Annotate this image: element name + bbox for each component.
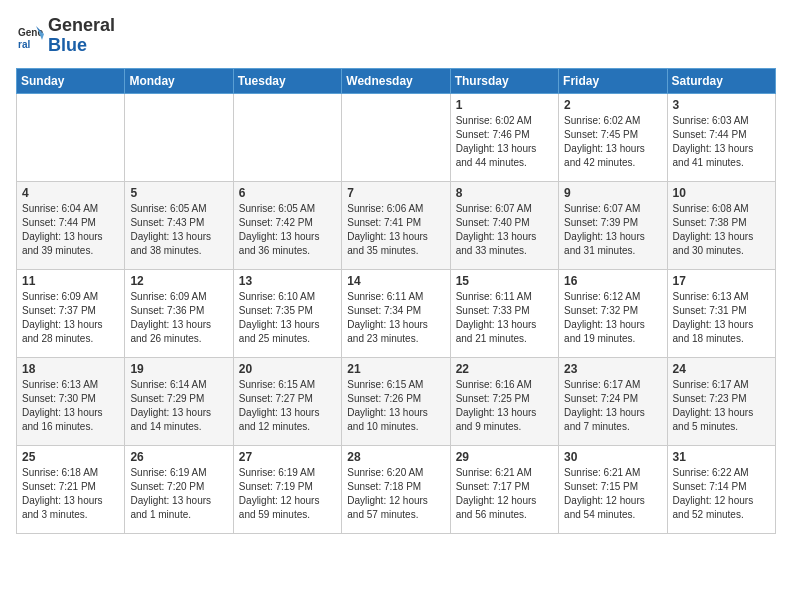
calendar-cell: 18 Sunrise: 6:13 AMSunset: 7:30 PMDaylig… [17,357,125,445]
calendar-cell: 27 Sunrise: 6:19 AMSunset: 7:19 PMDaylig… [233,445,341,533]
day-number: 12 [130,274,227,288]
day-detail: Sunrise: 6:10 AMSunset: 7:35 PMDaylight:… [239,290,336,346]
day-detail: Sunrise: 6:03 AMSunset: 7:44 PMDaylight:… [673,114,770,170]
calendar-cell: 30 Sunrise: 6:21 AMSunset: 7:15 PMDaylig… [559,445,667,533]
calendar-week: 4 Sunrise: 6:04 AMSunset: 7:44 PMDayligh… [17,181,776,269]
calendar-cell: 6 Sunrise: 6:05 AMSunset: 7:42 PMDayligh… [233,181,341,269]
column-header-wednesday: Wednesday [342,68,450,93]
calendar-cell: 10 Sunrise: 6:08 AMSunset: 7:38 PMDaylig… [667,181,775,269]
day-detail: Sunrise: 6:15 AMSunset: 7:27 PMDaylight:… [239,378,336,434]
day-number: 7 [347,186,444,200]
logo: Gene ral General Blue [16,16,115,56]
day-detail: Sunrise: 6:09 AMSunset: 7:37 PMDaylight:… [22,290,119,346]
day-number: 13 [239,274,336,288]
day-detail: Sunrise: 6:21 AMSunset: 7:17 PMDaylight:… [456,466,553,522]
day-detail: Sunrise: 6:13 AMSunset: 7:30 PMDaylight:… [22,378,119,434]
day-detail: Sunrise: 6:04 AMSunset: 7:44 PMDaylight:… [22,202,119,258]
day-number: 1 [456,98,553,112]
calendar-cell [233,93,341,181]
calendar-week: 11 Sunrise: 6:09 AMSunset: 7:37 PMDaylig… [17,269,776,357]
calendar-cell: 13 Sunrise: 6:10 AMSunset: 7:35 PMDaylig… [233,269,341,357]
calendar-week: 25 Sunrise: 6:18 AMSunset: 7:21 PMDaylig… [17,445,776,533]
logo-icon: Gene ral [16,22,44,50]
day-detail: Sunrise: 6:02 AMSunset: 7:46 PMDaylight:… [456,114,553,170]
calendar-cell: 14 Sunrise: 6:11 AMSunset: 7:34 PMDaylig… [342,269,450,357]
calendar-cell: 26 Sunrise: 6:19 AMSunset: 7:20 PMDaylig… [125,445,233,533]
calendar-cell: 15 Sunrise: 6:11 AMSunset: 7:33 PMDaylig… [450,269,558,357]
calendar-cell: 4 Sunrise: 6:04 AMSunset: 7:44 PMDayligh… [17,181,125,269]
column-header-sunday: Sunday [17,68,125,93]
day-number: 6 [239,186,336,200]
calendar-cell: 23 Sunrise: 6:17 AMSunset: 7:24 PMDaylig… [559,357,667,445]
column-header-monday: Monday [125,68,233,93]
calendar-cell: 24 Sunrise: 6:17 AMSunset: 7:23 PMDaylig… [667,357,775,445]
day-detail: Sunrise: 6:19 AMSunset: 7:20 PMDaylight:… [130,466,227,522]
calendar-cell: 16 Sunrise: 6:12 AMSunset: 7:32 PMDaylig… [559,269,667,357]
day-detail: Sunrise: 6:11 AMSunset: 7:33 PMDaylight:… [456,290,553,346]
day-detail: Sunrise: 6:20 AMSunset: 7:18 PMDaylight:… [347,466,444,522]
day-detail: Sunrise: 6:18 AMSunset: 7:21 PMDaylight:… [22,466,119,522]
day-number: 21 [347,362,444,376]
logo-text: General Blue [48,16,115,56]
calendar-cell: 21 Sunrise: 6:15 AMSunset: 7:26 PMDaylig… [342,357,450,445]
day-detail: Sunrise: 6:15 AMSunset: 7:26 PMDaylight:… [347,378,444,434]
calendar-cell: 17 Sunrise: 6:13 AMSunset: 7:31 PMDaylig… [667,269,775,357]
calendar-cell [125,93,233,181]
calendar-cell: 25 Sunrise: 6:18 AMSunset: 7:21 PMDaylig… [17,445,125,533]
calendar-cell: 1 Sunrise: 6:02 AMSunset: 7:46 PMDayligh… [450,93,558,181]
day-number: 10 [673,186,770,200]
day-detail: Sunrise: 6:05 AMSunset: 7:43 PMDaylight:… [130,202,227,258]
calendar-cell: 31 Sunrise: 6:22 AMSunset: 7:14 PMDaylig… [667,445,775,533]
day-detail: Sunrise: 6:11 AMSunset: 7:34 PMDaylight:… [347,290,444,346]
column-header-thursday: Thursday [450,68,558,93]
day-number: 17 [673,274,770,288]
day-number: 8 [456,186,553,200]
day-detail: Sunrise: 6:16 AMSunset: 7:25 PMDaylight:… [456,378,553,434]
calendar-cell: 5 Sunrise: 6:05 AMSunset: 7:43 PMDayligh… [125,181,233,269]
day-detail: Sunrise: 6:07 AMSunset: 7:40 PMDaylight:… [456,202,553,258]
calendar-cell: 11 Sunrise: 6:09 AMSunset: 7:37 PMDaylig… [17,269,125,357]
page-header: Gene ral General Blue [16,16,776,56]
day-number: 3 [673,98,770,112]
day-detail: Sunrise: 6:12 AMSunset: 7:32 PMDaylight:… [564,290,661,346]
day-detail: Sunrise: 6:13 AMSunset: 7:31 PMDaylight:… [673,290,770,346]
calendar-week: 18 Sunrise: 6:13 AMSunset: 7:30 PMDaylig… [17,357,776,445]
day-number: 24 [673,362,770,376]
day-number: 27 [239,450,336,464]
day-detail: Sunrise: 6:21 AMSunset: 7:15 PMDaylight:… [564,466,661,522]
day-number: 15 [456,274,553,288]
day-detail: Sunrise: 6:07 AMSunset: 7:39 PMDaylight:… [564,202,661,258]
calendar-cell: 9 Sunrise: 6:07 AMSunset: 7:39 PMDayligh… [559,181,667,269]
day-number: 26 [130,450,227,464]
calendar-cell: 20 Sunrise: 6:15 AMSunset: 7:27 PMDaylig… [233,357,341,445]
day-detail: Sunrise: 6:02 AMSunset: 7:45 PMDaylight:… [564,114,661,170]
calendar-table: SundayMondayTuesdayWednesdayThursdayFrid… [16,68,776,534]
calendar-cell: 12 Sunrise: 6:09 AMSunset: 7:36 PMDaylig… [125,269,233,357]
svg-text:ral: ral [18,39,30,50]
day-number: 2 [564,98,661,112]
day-number: 14 [347,274,444,288]
day-number: 9 [564,186,661,200]
day-number: 31 [673,450,770,464]
calendar-week: 1 Sunrise: 6:02 AMSunset: 7:46 PMDayligh… [17,93,776,181]
header-row: SundayMondayTuesdayWednesdayThursdayFrid… [17,68,776,93]
day-number: 16 [564,274,661,288]
day-number: 20 [239,362,336,376]
calendar-cell: 3 Sunrise: 6:03 AMSunset: 7:44 PMDayligh… [667,93,775,181]
calendar-cell: 22 Sunrise: 6:16 AMSunset: 7:25 PMDaylig… [450,357,558,445]
day-number: 30 [564,450,661,464]
calendar-cell: 28 Sunrise: 6:20 AMSunset: 7:18 PMDaylig… [342,445,450,533]
day-detail: Sunrise: 6:14 AMSunset: 7:29 PMDaylight:… [130,378,227,434]
day-number: 11 [22,274,119,288]
day-number: 22 [456,362,553,376]
calendar-cell: 8 Sunrise: 6:07 AMSunset: 7:40 PMDayligh… [450,181,558,269]
day-detail: Sunrise: 6:22 AMSunset: 7:14 PMDaylight:… [673,466,770,522]
calendar-cell [17,93,125,181]
day-detail: Sunrise: 6:17 AMSunset: 7:23 PMDaylight:… [673,378,770,434]
day-detail: Sunrise: 6:08 AMSunset: 7:38 PMDaylight:… [673,202,770,258]
column-header-saturday: Saturday [667,68,775,93]
day-detail: Sunrise: 6:19 AMSunset: 7:19 PMDaylight:… [239,466,336,522]
day-number: 23 [564,362,661,376]
day-detail: Sunrise: 6:06 AMSunset: 7:41 PMDaylight:… [347,202,444,258]
calendar-cell: 2 Sunrise: 6:02 AMSunset: 7:45 PMDayligh… [559,93,667,181]
